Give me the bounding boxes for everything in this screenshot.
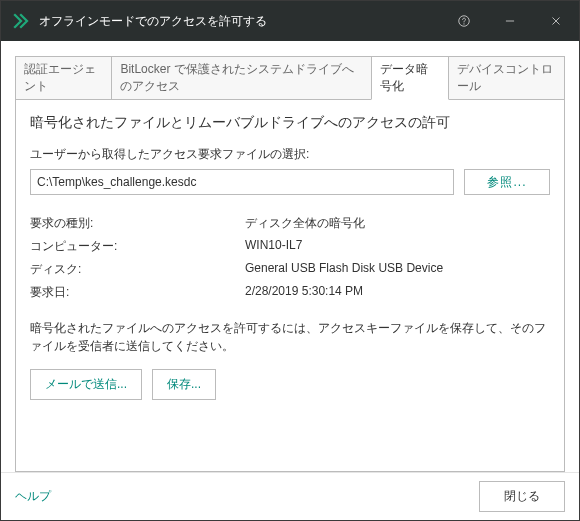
label-computer: コンピューター: (30, 238, 245, 255)
row-request-type: 要求の種別: ディスク全体の暗号化 (30, 215, 550, 232)
action-row: メールで送信... 保存... (30, 369, 550, 400)
tab-label: データ暗号化 (380, 62, 428, 93)
close-window-button[interactable] (533, 1, 579, 41)
content-area: 認証エージェント BitLocker で保護されたシステムドライブへのアクセス … (1, 41, 579, 472)
panel-heading: 暗号化されたファイルとリムーバブルドライブへのアクセスの許可 (30, 114, 550, 132)
tab-label: BitLocker で保護されたシステムドライブへのアクセス (120, 62, 353, 93)
label-request-type: 要求の種別: (30, 215, 245, 232)
row-request-date: 要求日: 2/28/2019 5:30:14 PM (30, 284, 550, 301)
svg-point-1 (463, 23, 464, 24)
panel-data-encryption: 暗号化されたファイルとリムーバブルドライブへのアクセスの許可 ユーザーから取得し… (15, 99, 565, 472)
titlebar: オフラインモードでのアクセスを許可する (1, 1, 579, 41)
tab-label: 認証エージェント (24, 62, 96, 93)
tab-bitlocker[interactable]: BitLocker で保護されたシステムドライブへのアクセス (111, 56, 372, 100)
label-request-date: 要求日: (30, 284, 245, 301)
send-email-button[interactable]: メールで送信... (30, 369, 142, 400)
tab-label: デバイスコントロール (457, 62, 553, 93)
row-computer: コンピューター: WIN10-IL7 (30, 238, 550, 255)
help-link[interactable]: ヘルプ (15, 488, 51, 505)
help-titlebar-button[interactable] (441, 1, 487, 41)
row-disk: ディスク: General USB Flash Disk USB Device (30, 261, 550, 278)
value-disk: General USB Flash Disk USB Device (245, 261, 550, 278)
request-file-label: ユーザーから取得したアクセス要求ファイルの選択: (30, 146, 550, 163)
footer: ヘルプ 閉じる (1, 472, 579, 520)
browse-button[interactable]: 参照... (464, 169, 550, 195)
tab-device-control[interactable]: デバイスコントロール (448, 56, 565, 100)
value-request-date: 2/28/2019 5:30:14 PM (245, 284, 550, 301)
value-computer: WIN10-IL7 (245, 238, 550, 255)
window-title: オフラインモードでのアクセスを許可する (39, 13, 441, 30)
minimize-button[interactable] (487, 1, 533, 41)
save-button[interactable]: 保存... (152, 369, 216, 400)
tabs: 認証エージェント BitLocker で保護されたシステムドライブへのアクセス … (15, 55, 565, 99)
tab-data-encryption[interactable]: データ暗号化 (371, 56, 449, 100)
value-request-type: ディスク全体の暗号化 (245, 215, 550, 232)
label-disk: ディスク: (30, 261, 245, 278)
instruction-text: 暗号化されたファイルへのアクセスを許可するには、アクセスキーファイルを保存して、… (30, 319, 550, 355)
close-button[interactable]: 閉じる (479, 481, 565, 512)
app-logo-icon (11, 11, 31, 31)
tab-auth-agent[interactable]: 認証エージェント (15, 56, 112, 100)
dialog-window: オフラインモードでのアクセスを許可する 認証エージェント BitLocker で… (0, 0, 580, 521)
request-file-path[interactable] (30, 169, 454, 195)
path-row: 参照... (30, 169, 550, 195)
